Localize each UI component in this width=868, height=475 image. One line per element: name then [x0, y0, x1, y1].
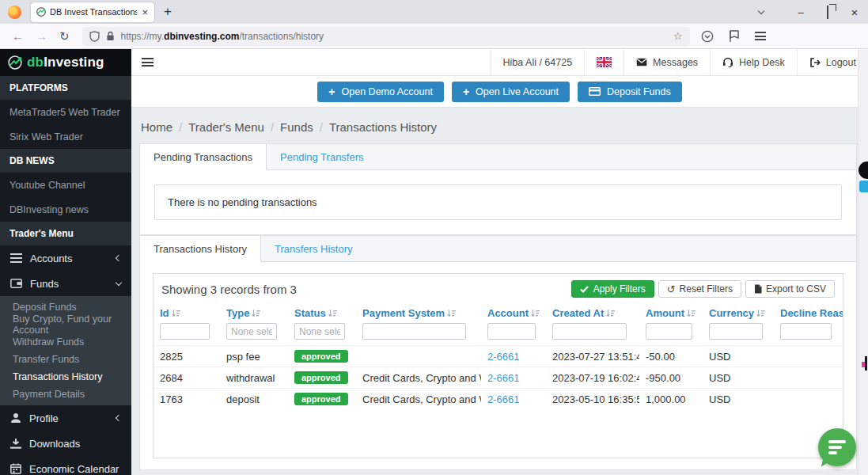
sidebar-item-label: Funds — [30, 278, 59, 290]
check-icon — [580, 286, 589, 293]
bookmark-star-icon[interactable]: ☆ — [673, 30, 683, 42]
edge-widget-fragment — [862, 362, 865, 367]
column-header-amount[interactable]: Amount — [639, 302, 703, 321]
sidebar-item-accounts[interactable]: Accounts — [0, 245, 131, 271]
export-csv-button[interactable]: Export to CSV — [745, 280, 835, 298]
column-header-currency[interactable]: Currency — [703, 302, 774, 321]
sidebar-item-youtube[interactable]: Youtube Channel — [0, 173, 131, 197]
sidebar-item-dbinvesting-news[interactable]: DBInvesting news — [0, 197, 131, 222]
section-traders-menu: Trader's Menu — [0, 222, 131, 245]
lock-icon[interactable] — [106, 31, 115, 41]
deposit-funds-button[interactable]: Deposit Funds — [578, 82, 682, 102]
sidebar-toggle-icon[interactable] — [131, 49, 154, 75]
filter-status-select[interactable] — [294, 323, 345, 340]
messages-button[interactable]: Messages — [624, 49, 710, 75]
filter-currency-input[interactable] — [709, 323, 763, 340]
column-header-decline-reason[interactable]: Decline Reason — [774, 302, 843, 321]
chevron-left-icon — [116, 255, 122, 261]
sidebar-item-transactions-history[interactable]: Transactions History — [0, 368, 131, 386]
table-row: 1763 deposit approved Credit Cards, Cryp… — [154, 389, 843, 410]
user-account-label[interactable]: Hiba Ali / 64725 — [491, 49, 585, 75]
edge-widget-fragment — [865, 356, 867, 370]
account-link[interactable]: 2-6661 — [487, 393, 519, 405]
sidebar-item-downloads[interactable]: Downloads — [0, 431, 131, 456]
firefox-logo-icon[interactable] — [8, 6, 21, 19]
cell-currency: USD — [703, 389, 774, 410]
pocket-icon[interactable] — [701, 30, 714, 43]
forward-icon[interactable]: → — [36, 30, 47, 42]
browser-menu-icon[interactable] — [755, 30, 766, 43]
account-link[interactable]: 2-6661 — [487, 351, 519, 363]
logo[interactable]: dbInvesting — [0, 49, 131, 76]
account-actions-bar: + Open Demo Account + Open Live Account … — [131, 76, 868, 108]
filter-created-at-input[interactable] — [552, 323, 627, 340]
open-live-account-button[interactable]: + Open Live Account — [452, 82, 570, 102]
column-header-created-at[interactable]: Created At — [546, 302, 639, 321]
sort-icon — [252, 310, 260, 317]
filter-type-select[interactable] — [226, 323, 277, 340]
apply-filters-button[interactable]: Apply Filters — [571, 280, 654, 298]
cell-type: deposit — [220, 389, 288, 410]
filter-id-input[interactable] — [160, 323, 210, 340]
window-close-button[interactable]: × — [841, 6, 868, 19]
breadcrumb: Home Trader's Menu Funds Transactions Hi… — [131, 108, 868, 143]
history-tabs: Transactions History Transfers History — [140, 236, 856, 262]
edge-widget-fragment — [859, 180, 868, 192]
help-desk-button[interactable]: Help Desk — [710, 49, 797, 75]
back-icon[interactable]: ← — [12, 30, 24, 42]
page-scrollbar[interactable] — [858, 49, 868, 475]
new-tab-button[interactable]: + — [164, 4, 172, 20]
sidebar-item-label: Profile — [29, 412, 59, 424]
help-desk-label: Help Desk — [739, 57, 785, 68]
breadcrumb-traders-menu[interactable]: Trader's Menu — [172, 120, 264, 134]
sidebar-item-payment-details[interactable]: Payment Details — [0, 386, 131, 403]
section-platforms: PLATFORMS — [0, 76, 131, 100]
reset-icon: ↺ — [667, 284, 676, 294]
logout-icon — [809, 58, 821, 67]
window-minimize-button[interactable]: – — [787, 6, 814, 18]
filter-decline-reason-input[interactable] — [780, 323, 832, 340]
sidebar-item-economic-calendar[interactable]: Economic Calendar — [0, 456, 131, 475]
cell-type: psp fee — [220, 346, 288, 367]
sidebar-item-metatrader5[interactable]: MetaTrader5 Web Trader — [0, 100, 131, 124]
language-selector[interactable] — [584, 49, 624, 75]
sidebar-item-funds[interactable]: Funds — [0, 271, 131, 296]
filter-account-input[interactable] — [487, 323, 536, 340]
column-header-type[interactable]: Type — [220, 302, 288, 321]
browser-tab[interactable]: DB Invest Transactions History × — [31, 2, 154, 22]
wallet-icon — [10, 279, 22, 288]
status-badge: approved — [294, 393, 348, 405]
list-tabs-icon[interactable] — [758, 7, 764, 13]
breadcrumb-funds[interactable]: Funds — [264, 120, 313, 134]
account-link[interactable]: 2-6661 — [487, 372, 519, 384]
column-header-status[interactable]: Status — [288, 302, 356, 321]
breadcrumb-home[interactable]: Home — [141, 120, 172, 134]
sidebar-item-transfer-funds[interactable]: Transfer Funds — [0, 351, 131, 368]
sidebar-item-sirix[interactable]: Sirix Web Trader — [0, 124, 131, 149]
open-demo-account-button[interactable]: + Open Demo Account — [317, 82, 444, 102]
live-chat-button[interactable] — [818, 428, 857, 468]
filter-payment-system-input[interactable] — [362, 323, 466, 340]
tab-pending-transfers[interactable]: Pending Transfers — [267, 144, 377, 169]
extension-icon[interactable] — [729, 30, 740, 43]
tracking-shield-icon[interactable] — [89, 31, 100, 42]
column-header-account[interactable]: Account — [481, 302, 546, 321]
cell-payment-system: Credit Cards, Crypto and Wallets — [356, 389, 481, 410]
cell-decline-reason — [774, 389, 843, 410]
url-bar[interactable]: https://my.dbinvesting.com/transactions/… — [82, 27, 690, 46]
reset-filters-button[interactable]: ↺ Reset Filters — [658, 280, 741, 298]
tab-pending-transactions[interactable]: Pending Transactions — [140, 144, 267, 170]
column-header-id[interactable]: Id — [154, 302, 220, 321]
reload-icon[interactable]: ↻ — [59, 30, 70, 42]
sidebar-item-profile[interactable]: Profile — [0, 405, 131, 431]
column-header-payment-system[interactable]: Payment System — [356, 302, 481, 321]
tab-transactions-history[interactable]: Transactions History — [140, 236, 261, 262]
tab-close-icon[interactable]: × — [140, 6, 150, 18]
filter-amount-input[interactable] — [646, 323, 692, 340]
sidebar-item-withdraw-funds[interactable]: Withdraw Funds — [0, 333, 131, 351]
sidebar-item-buy-crypto[interactable]: Buy Crypto, Fund your Account — [0, 316, 131, 333]
window-restore-button[interactable] — [814, 6, 841, 18]
tab-transfers-history[interactable]: Transfers History — [261, 236, 366, 261]
cell-id: 2684 — [154, 367, 220, 389]
sidebar-item-label: Accounts — [30, 253, 72, 264]
